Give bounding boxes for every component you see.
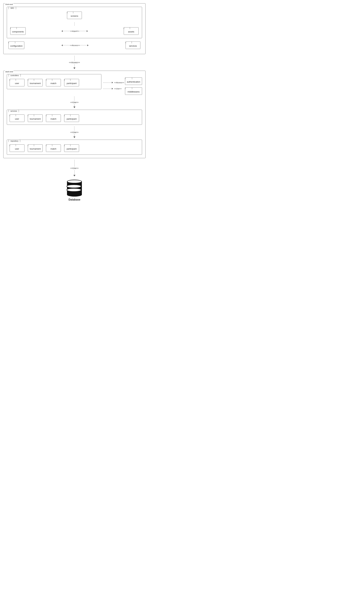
middlewares-label: middlewares	[128, 91, 140, 93]
access-connector-label: <<Access>>	[69, 61, 80, 64]
controllers-folder-row: user tournament match participant	[10, 79, 98, 86]
db-mid-ellipse-1	[66, 184, 81, 188]
db-cylinder	[67, 180, 82, 196]
configuration-folder: configuration	[8, 41, 24, 49]
use-db-arrow-down	[73, 175, 75, 176]
use-arrow-2-down	[73, 137, 75, 138]
arrow-right-access-fe	[87, 45, 89, 46]
use-connector-2-label: <<Use>>	[70, 131, 78, 133]
use-line2-bottom	[74, 134, 74, 137]
use-connector-1-area: <<Use>>	[34, 95, 115, 110]
use-connector-1-label: <<Use>>	[70, 101, 78, 104]
services-package: services user tournament match participa…	[7, 110, 142, 125]
access-arrow-down	[73, 67, 75, 69]
repo-match-label: match	[51, 148, 56, 150]
access-connector-area: <<Access>>	[3, 54, 146, 71]
src-box: SRC screens components <<import>>	[7, 7, 142, 38]
authentication-folder: authentication	[125, 78, 142, 85]
repo-tournament-label: tournament	[30, 148, 41, 150]
access-label-fe: <<Access>>	[70, 44, 80, 46]
ctrl-tournament-label: tournament	[30, 82, 41, 85]
assets-folder: assets	[124, 27, 139, 35]
repo-participant-folder: participant	[64, 144, 79, 152]
configuration-label: configuration	[10, 45, 22, 47]
repository-package: repository user tournament match partici…	[7, 140, 142, 155]
services-fe-folder: services	[125, 41, 140, 49]
ctrl-participant-folder: participant	[64, 79, 79, 86]
use-h-line	[103, 89, 111, 89]
controllers-label: controllers	[9, 74, 21, 77]
access-line-top	[74, 56, 75, 61]
repo-participant-label: participant	[67, 148, 77, 150]
frontend-box: front-end SRC screens components	[3, 3, 146, 54]
database-area: Database	[3, 178, 146, 203]
repo-match-folder: match	[46, 144, 61, 152]
middlewares-folder: middlewares	[125, 87, 142, 95]
import-arrow: <<import>>	[62, 30, 88, 32]
use-arrow-ctrl: <<Use>>	[103, 88, 124, 90]
authentication-label: authentication	[127, 81, 140, 83]
arrow-left-import	[62, 30, 63, 32]
svc-user-label: user	[15, 118, 19, 120]
controllers-package: controllers user tournament match partic…	[7, 74, 101, 89]
services-label: services	[9, 110, 19, 112]
backend-box: back-end controllers user tournament	[3, 71, 146, 158]
dashed-h-import	[63, 31, 70, 31]
screens-row: screens	[10, 12, 139, 19]
svc-match-label: match	[51, 118, 56, 120]
assets-label: assets	[128, 30, 134, 33]
line-screens-down	[74, 22, 75, 26]
use-connector-db-area: <<Use>>	[3, 158, 146, 178]
ctrl-match-folder: match	[46, 79, 61, 86]
components-folder: components	[10, 27, 26, 35]
ctrl-user-folder: user	[10, 79, 25, 86]
access-arrow-fe: <<Access>>	[62, 44, 89, 46]
use-connector-2-area: <<Use>>	[34, 125, 115, 140]
screens-label: screens	[71, 15, 78, 17]
repo-user-label: user	[15, 148, 19, 150]
arrow-right-import	[87, 30, 88, 32]
use-line2-top	[74, 126, 74, 131]
screens-connector	[10, 21, 139, 27]
use-arrow-1-down	[73, 106, 75, 108]
use-connector-db-label: <<Use>>	[70, 167, 78, 170]
side-boxes: authentication middlewares	[125, 78, 142, 95]
db-bottom-ellipse	[67, 193, 82, 196]
ctrl-participant-label: participant	[67, 82, 77, 85]
svc-tournament-folder: tournament	[28, 114, 43, 122]
arrow-left-access-fe	[62, 45, 63, 46]
db-body	[67, 182, 82, 195]
services-folder-row: user tournament match participant	[10, 114, 139, 122]
svc-participant-folder: participant	[64, 114, 79, 122]
repository-folder-row: user tournament match participant	[10, 144, 139, 152]
ctrl-tournament-folder: tournament	[28, 79, 43, 86]
database-icon: Database	[67, 180, 82, 201]
components-label: components	[12, 30, 24, 33]
import-label: <<import>>	[70, 30, 79, 32]
access-h-line	[103, 83, 111, 83]
access-arrow-right	[112, 82, 113, 83]
access-label-ctrl: <<Access>>	[114, 82, 124, 84]
svc-participant-label: participant	[67, 118, 77, 120]
use-line1-bottom	[74, 104, 74, 107]
ctrl-user-label: user	[15, 82, 19, 85]
svc-match-folder: match	[46, 114, 61, 122]
repo-tournament-folder: tournament	[28, 144, 43, 152]
controllers-pkg: controllers user tournament match partic…	[7, 74, 101, 89]
access-arrow-ctrl: <<Access>>	[103, 82, 124, 84]
config-services-row: configuration <<Access>> services	[7, 41, 142, 49]
use-db-line-top	[74, 160, 75, 166]
services-fe-label: services	[129, 45, 137, 47]
use-arrow-right	[112, 88, 113, 90]
dashed-h-import2	[80, 31, 86, 31]
svc-tournament-label: tournament	[30, 118, 41, 120]
ctrl-match-label: match	[51, 82, 56, 85]
db-mid-ellipse-2	[66, 188, 81, 192]
database-label: Database	[68, 198, 80, 201]
access-use-connectors: <<Access>> <<Use>>	[103, 74, 124, 90]
repo-user-folder: user	[10, 144, 25, 152]
use-label-ctrl: <<Use>>	[114, 88, 122, 90]
frontend-label: front-end	[5, 3, 13, 5]
use-db-line-bottom	[74, 170, 75, 175]
access-line-bottom	[74, 64, 75, 68]
